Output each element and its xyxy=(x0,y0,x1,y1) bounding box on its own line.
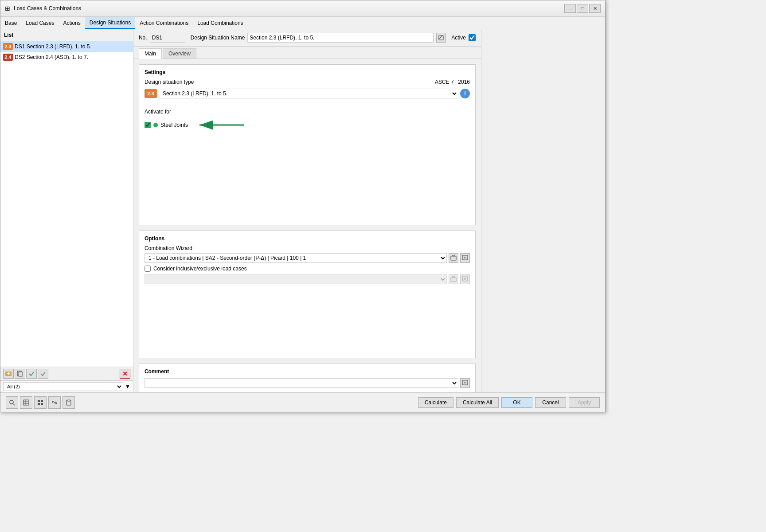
svg-rect-30 xyxy=(67,400,70,401)
tool-link[interactable] xyxy=(48,396,61,409)
maximize-button[interactable]: □ xyxy=(577,4,588,13)
ds-select-row: 2.3 Section 2.3 (LRFD), 1. to 5. i xyxy=(145,89,470,98)
svg-text:+: + xyxy=(7,371,10,377)
consider-edit-button[interactable] xyxy=(460,274,470,284)
ds-type-badge: 2.3 xyxy=(145,89,157,98)
top-form: No. Design Situation Name Active xyxy=(133,29,481,47)
tool-table[interactable] xyxy=(20,396,32,409)
steel-joints-checkbox[interactable] xyxy=(145,122,151,128)
active-label: Active xyxy=(451,35,466,41)
menu-actions[interactable]: Actions xyxy=(59,17,85,29)
bottom-bar: Calculate Calculate All OK Cancel Apply xyxy=(0,392,605,412)
combo-edit-button[interactable] xyxy=(460,253,470,263)
options-section: Options Combination Wizard 1 - Load comb… xyxy=(139,231,476,358)
consider-checkbox[interactable] xyxy=(145,266,151,272)
svg-rect-25 xyxy=(38,400,40,402)
ds-type-select[interactable]: Section 2.3 (LRFD), 1. to 5. xyxy=(159,89,458,98)
comment-select[interactable] xyxy=(145,378,458,388)
sidebar-filter-select[interactable]: All (2) xyxy=(3,382,123,391)
sidebar-toolbar: + ✕ xyxy=(0,367,133,380)
badge-ds1: 2.3 xyxy=(3,43,13,50)
steel-joints-label: Steel Joints xyxy=(160,122,188,128)
tab-main[interactable]: Main xyxy=(139,48,162,59)
ds-type-row: Design situation type ASCE 7 | 2016 xyxy=(145,79,470,85)
calculate-button[interactable]: Calculate xyxy=(418,397,453,408)
sidebar-item-ds2-text: DS2 Section 2.4 (ASD), 1. to 7. xyxy=(15,54,88,60)
calculate-all-button[interactable]: Calculate All xyxy=(456,397,499,408)
main-panel: No. Design Situation Name Active xyxy=(133,29,481,392)
sidebar-item-ds1[interactable]: 2.3 DS1 Section 2.3 (LRFD), 1. to 5. xyxy=(0,41,133,52)
svg-rect-26 xyxy=(41,400,43,402)
options-empty-area xyxy=(145,287,470,353)
tool-search[interactable] xyxy=(6,396,18,409)
consider-select-row xyxy=(145,274,470,284)
sidebar-copy-button[interactable] xyxy=(15,369,25,379)
arrow-annotation xyxy=(195,118,248,132)
right-panel xyxy=(481,29,605,392)
sidebar-item-ds1-text: DS1 Section 2.3 (LRFD), 1. to 5. xyxy=(15,43,91,50)
apply-button[interactable]: Apply xyxy=(569,397,600,408)
svg-rect-13 xyxy=(462,277,468,281)
tab-overview[interactable]: Overview xyxy=(163,48,196,59)
activate-for-empty-area xyxy=(145,132,470,220)
svg-rect-16 xyxy=(462,380,468,385)
activate-for-title: Activate for xyxy=(145,109,470,115)
svg-rect-12 xyxy=(451,278,456,282)
combo-wizard-row: 1 - Load combinations | SA2 - Second-ord… xyxy=(145,253,470,263)
svg-rect-9 xyxy=(462,255,468,260)
ds-type-value: ASCE 7 | 2016 xyxy=(435,79,470,85)
svg-rect-4 xyxy=(439,35,443,40)
name-edit-button[interactable] xyxy=(436,33,446,43)
bottom-tools xyxy=(6,396,75,409)
sidebar-item-ds2[interactable]: 2.4 DS2 Section 2.4 (ASD), 1. to 7. xyxy=(0,52,133,63)
sidebar-delete-button[interactable]: ✕ xyxy=(120,369,130,379)
consider-checkbox-row: Consider inclusive/exclusive load cases xyxy=(145,266,470,272)
menu-load-cases[interactable]: Load Cases xyxy=(21,17,59,29)
combo-wizard-label: Combination Wizard xyxy=(145,245,470,251)
info-button[interactable]: i xyxy=(460,89,470,98)
svg-point-19 xyxy=(10,400,13,404)
tool-grid[interactable] xyxy=(34,396,47,409)
consider-select[interactable] xyxy=(145,274,447,284)
minimize-button[interactable]: — xyxy=(564,4,576,13)
consider-label: Consider inclusive/exclusive load cases xyxy=(153,266,247,272)
close-button[interactable]: ✕ xyxy=(589,4,601,13)
comment-row xyxy=(145,378,470,388)
name-input[interactable] xyxy=(247,33,434,43)
ok-button[interactable]: OK xyxy=(501,397,532,408)
ds-type-label: Design situation type xyxy=(145,79,194,85)
svg-line-20 xyxy=(13,403,15,405)
sidebar-reject-button[interactable] xyxy=(38,369,48,379)
menu-bar: Base Load Cases Actions Design Situation… xyxy=(0,17,605,29)
no-input[interactable] xyxy=(150,33,185,43)
tool-clipboard[interactable] xyxy=(63,396,75,409)
activate-for-section: Activate for Steel Joints xyxy=(145,104,470,220)
sidebar-items: 2.3 DS1 Section 2.3 (LRFD), 1. to 5. 2.4… xyxy=(0,41,133,367)
activate-item: Steel Joints xyxy=(145,118,470,132)
combo-wizard-select[interactable]: 1 - Load combinations | SA2 - Second-ord… xyxy=(145,253,447,263)
consider-open-button[interactable] xyxy=(449,274,458,284)
sidebar-add-button[interactable]: + xyxy=(3,369,14,379)
svg-line-5 xyxy=(439,35,442,39)
title-bar: ⊞ Load Cases & Combinations — □ ✕ xyxy=(0,0,605,17)
menu-action-combinations[interactable]: Action Combinations xyxy=(135,17,193,29)
menu-load-combinations[interactable]: Load Combinations xyxy=(193,17,247,29)
active-section: Active xyxy=(451,34,476,41)
active-checkbox[interactable] xyxy=(469,34,476,41)
sidebar-accept-button[interactable] xyxy=(26,369,37,379)
combo-open-button[interactable] xyxy=(449,253,458,263)
sidebar-filter: All (2) ▼ xyxy=(0,380,133,392)
options-title: Options xyxy=(145,235,470,242)
cancel-button[interactable]: Cancel xyxy=(535,397,566,408)
comment-edit-button[interactable] xyxy=(460,378,470,388)
settings-section: Settings Design situation type ASCE 7 | … xyxy=(139,64,476,225)
no-group: No. xyxy=(139,33,185,43)
menu-base[interactable]: Base xyxy=(0,17,21,29)
panel-content: Settings Design situation type ASCE 7 | … xyxy=(133,59,481,392)
name-group: Design Situation Name xyxy=(191,33,446,43)
no-label: No. xyxy=(139,35,147,41)
settings-title: Settings xyxy=(145,69,470,75)
filter-dropdown-icon[interactable]: ▼ xyxy=(125,383,130,390)
svg-rect-8 xyxy=(451,256,456,260)
menu-design-situations[interactable]: Design Situations xyxy=(85,17,135,29)
